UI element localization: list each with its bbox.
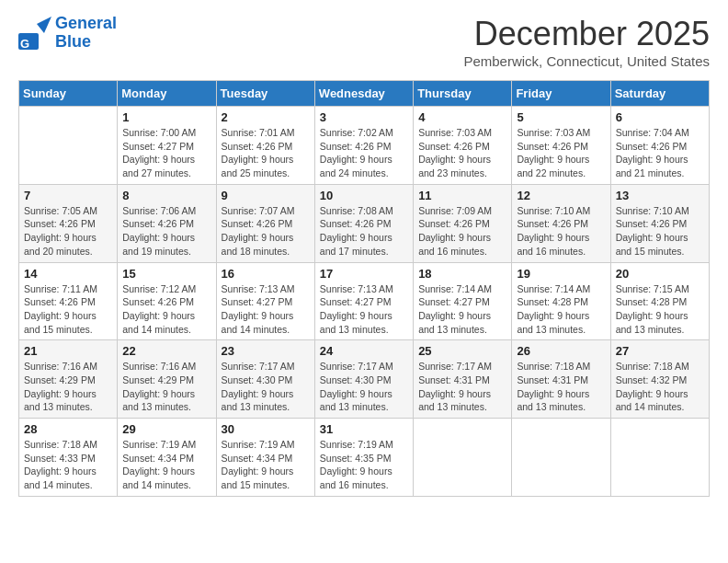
month-title: December 2025 — [463, 15, 710, 53]
calendar-cell: 15Sunrise: 7:12 AMSunset: 4:26 PMDayligh… — [118, 262, 216, 340]
calendar-day-header: Friday — [512, 81, 610, 107]
svg-text:G: G — [20, 37, 29, 50]
calendar-cell: 20Sunrise: 7:15 AMSunset: 4:28 PMDayligh… — [610, 262, 709, 340]
day-number: 30 — [222, 422, 310, 436]
calendar-cell: 7Sunrise: 7:05 AMSunset: 4:26 PMDaylight… — [19, 184, 118, 262]
calendar-cell: 14Sunrise: 7:11 AMSunset: 4:26 PMDayligh… — [19, 262, 118, 340]
logo-text: General Blue — [55, 15, 117, 52]
calendar-cell: 18Sunrise: 7:14 AMSunset: 4:27 PMDayligh… — [414, 262, 512, 340]
day-number: 17 — [320, 267, 408, 281]
calendar-cell: 22Sunrise: 7:16 AMSunset: 4:29 PMDayligh… — [118, 340, 216, 419]
calendar-cell: 16Sunrise: 7:13 AMSunset: 4:27 PMDayligh… — [216, 262, 314, 340]
day-number: 16 — [222, 267, 310, 281]
calendar-cell: 21Sunrise: 7:16 AMSunset: 4:29 PMDayligh… — [19, 340, 118, 419]
day-info: Sunrise: 7:16 AMSunset: 4:29 PMDaylight:… — [24, 360, 112, 414]
day-info: Sunrise: 7:17 AMSunset: 4:30 PMDaylight:… — [222, 360, 310, 414]
calendar-cell: 8Sunrise: 7:06 AMSunset: 4:26 PMDaylight… — [118, 184, 216, 262]
day-number: 18 — [418, 267, 506, 281]
calendar-cell: 25Sunrise: 7:17 AMSunset: 4:31 PMDayligh… — [414, 340, 512, 419]
calendar-week-row: 28Sunrise: 7:18 AMSunset: 4:33 PMDayligh… — [19, 419, 710, 497]
calendar-cell — [414, 419, 512, 497]
calendar-day-header: Thursday — [414, 81, 512, 107]
calendar-cell: 31Sunrise: 7:19 AMSunset: 4:35 PMDayligh… — [314, 419, 413, 497]
logo-line2: Blue — [55, 33, 117, 52]
day-number: 6 — [616, 110, 704, 124]
day-number: 1 — [122, 110, 210, 124]
calendar-week-row: 1Sunrise: 7:00 AMSunset: 4:27 PMDaylight… — [19, 107, 710, 185]
day-number: 3 — [320, 110, 408, 124]
day-number: 14 — [24, 267, 112, 281]
day-info: Sunrise: 7:00 AMSunset: 4:27 PMDaylight:… — [122, 126, 210, 180]
day-info: Sunrise: 7:05 AMSunset: 4:26 PMDaylight:… — [24, 204, 112, 259]
day-number: 7 — [24, 189, 112, 202]
calendar-cell: 26Sunrise: 7:18 AMSunset: 4:31 PMDayligh… — [512, 340, 610, 419]
calendar-table: SundayMondayTuesdayWednesdayThursdayFrid… — [18, 80, 710, 497]
title-block: December 2025 Pemberwick, Connecticut, U… — [463, 15, 710, 69]
day-info: Sunrise: 7:14 AMSunset: 4:28 PMDaylight:… — [517, 282, 605, 337]
day-info: Sunrise: 7:15 AMSunset: 4:28 PMDaylight:… — [616, 282, 704, 337]
calendar-week-row: 14Sunrise: 7:11 AMSunset: 4:26 PMDayligh… — [19, 262, 710, 340]
calendar-cell: 6Sunrise: 7:04 AMSunset: 4:26 PMDaylight… — [610, 107, 709, 185]
day-info: Sunrise: 7:04 AMSunset: 4:26 PMDaylight:… — [616, 126, 704, 180]
day-number: 28 — [24, 422, 112, 436]
calendar-cell: 13Sunrise: 7:10 AMSunset: 4:26 PMDayligh… — [610, 184, 709, 262]
day-number: 11 — [418, 189, 506, 202]
calendar-cell: 24Sunrise: 7:17 AMSunset: 4:30 PMDayligh… — [314, 340, 413, 419]
day-info: Sunrise: 7:08 AMSunset: 4:26 PMDaylight:… — [320, 204, 408, 259]
calendar-cell: 27Sunrise: 7:18 AMSunset: 4:32 PMDayligh… — [610, 340, 709, 419]
day-info: Sunrise: 7:14 AMSunset: 4:27 PMDaylight:… — [418, 282, 506, 337]
day-info: Sunrise: 7:01 AMSunset: 4:26 PMDaylight:… — [222, 126, 310, 180]
day-info: Sunrise: 7:06 AMSunset: 4:26 PMDaylight:… — [122, 204, 210, 259]
day-number: 21 — [24, 344, 112, 358]
calendar-cell: 11Sunrise: 7:09 AMSunset: 4:26 PMDayligh… — [414, 184, 512, 262]
calendar-day-header: Wednesday — [314, 81, 413, 107]
day-info: Sunrise: 7:17 AMSunset: 4:30 PMDaylight:… — [320, 360, 408, 414]
calendar-cell: 10Sunrise: 7:08 AMSunset: 4:26 PMDayligh… — [314, 184, 413, 262]
calendar-cell: 30Sunrise: 7:19 AMSunset: 4:34 PMDayligh… — [216, 419, 314, 497]
calendar-cell: 12Sunrise: 7:10 AMSunset: 4:26 PMDayligh… — [512, 184, 610, 262]
day-number: 15 — [122, 267, 210, 281]
calendar-day-header: Saturday — [610, 81, 709, 107]
calendar-cell — [610, 419, 709, 497]
calendar-cell: 4Sunrise: 7:03 AMSunset: 4:26 PMDaylight… — [414, 107, 512, 185]
calendar-cell: 5Sunrise: 7:03 AMSunset: 4:26 PMDaylight… — [512, 107, 610, 185]
day-number: 10 — [320, 189, 408, 202]
day-info: Sunrise: 7:03 AMSunset: 4:26 PMDaylight:… — [517, 126, 605, 180]
calendar-week-row: 21Sunrise: 7:16 AMSunset: 4:29 PMDayligh… — [19, 340, 710, 419]
calendar-week-row: 7Sunrise: 7:05 AMSunset: 4:26 PMDaylight… — [19, 184, 710, 262]
day-info: Sunrise: 7:11 AMSunset: 4:26 PMDaylight:… — [24, 282, 112, 337]
calendar-cell — [512, 419, 610, 497]
day-info: Sunrise: 7:10 AMSunset: 4:26 PMDaylight:… — [517, 204, 605, 259]
day-info: Sunrise: 7:13 AMSunset: 4:27 PMDaylight:… — [320, 282, 408, 337]
calendar-cell — [19, 107, 118, 185]
day-number: 4 — [418, 110, 506, 124]
day-number: 9 — [222, 189, 310, 202]
day-info: Sunrise: 7:03 AMSunset: 4:26 PMDaylight:… — [418, 126, 506, 180]
day-info: Sunrise: 7:18 AMSunset: 4:32 PMDaylight:… — [616, 360, 704, 414]
day-info: Sunrise: 7:10 AMSunset: 4:26 PMDaylight:… — [616, 204, 704, 259]
logo-icon: G — [18, 17, 51, 50]
logo: G General Blue — [18, 15, 117, 52]
day-info: Sunrise: 7:19 AMSunset: 4:35 PMDaylight:… — [320, 438, 408, 492]
day-number: 19 — [517, 267, 605, 281]
calendar-cell: 9Sunrise: 7:07 AMSunset: 4:26 PMDaylight… — [216, 184, 314, 262]
day-number: 22 — [122, 344, 210, 358]
day-number: 20 — [616, 267, 704, 281]
page-header: G General Blue December 2025 Pemberwick,… — [18, 15, 710, 69]
day-number: 31 — [320, 422, 408, 436]
day-number: 26 — [517, 344, 605, 358]
calendar-cell: 1Sunrise: 7:00 AMSunset: 4:27 PMDaylight… — [118, 107, 216, 185]
day-info: Sunrise: 7:09 AMSunset: 4:26 PMDaylight:… — [418, 204, 506, 259]
calendar-cell: 19Sunrise: 7:14 AMSunset: 4:28 PMDayligh… — [512, 262, 610, 340]
day-info: Sunrise: 7:12 AMSunset: 4:26 PMDaylight:… — [122, 282, 210, 337]
day-number: 29 — [122, 422, 210, 436]
calendar-day-header: Tuesday — [216, 81, 314, 107]
day-info: Sunrise: 7:18 AMSunset: 4:31 PMDaylight:… — [517, 360, 605, 414]
svg-marker-2 — [37, 17, 51, 33]
calendar-cell: 29Sunrise: 7:19 AMSunset: 4:34 PMDayligh… — [118, 419, 216, 497]
calendar-cell: 2Sunrise: 7:01 AMSunset: 4:26 PMDaylight… — [216, 107, 314, 185]
day-number: 24 — [320, 344, 408, 358]
calendar-cell: 17Sunrise: 7:13 AMSunset: 4:27 PMDayligh… — [314, 262, 413, 340]
day-info: Sunrise: 7:02 AMSunset: 4:26 PMDaylight:… — [320, 126, 408, 180]
day-number: 13 — [616, 189, 704, 202]
